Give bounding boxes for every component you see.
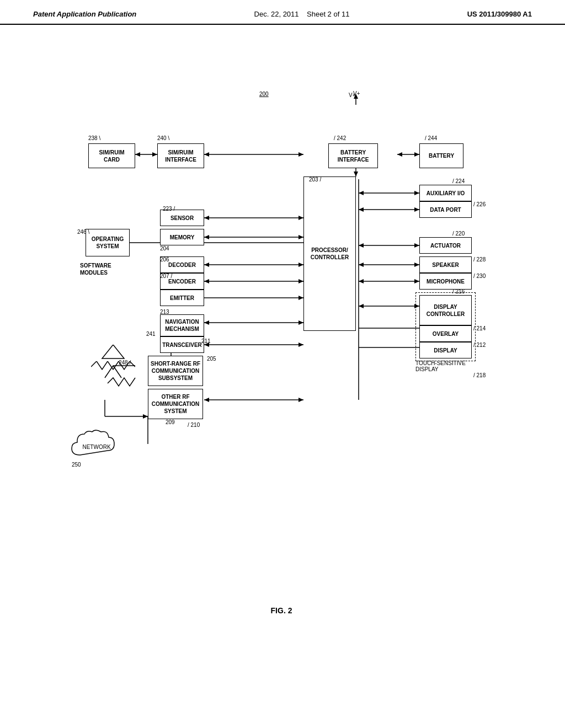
signal-waves [91,361,135,372]
svg-marker-47 [204,398,209,402]
header-patent-number: US 2011/309980 A1 [467,10,532,18]
ref-211: 211 [201,338,211,344]
svg-marker-26 [299,279,303,283]
header-publication-label: Patent Application Publication [33,10,136,18]
ref-240: 240 \ [157,135,169,141]
svg-marker-73 [102,345,124,358]
ref-228: / 228 [473,256,486,263]
ref-230: / 230 [473,273,486,279]
box-processor-controller: PROCESSOR/CONTROLLER [303,176,356,331]
label-network: NETWORK [74,444,119,450]
ref-250: 250 [72,462,81,468]
box-microphone: MICROPHONE [419,273,472,290]
ref-vplus: V+ [349,92,356,98]
ref-246: 246 \ [77,229,89,235]
ref-206: 206 [160,256,169,263]
svg-marker-13 [354,172,358,176]
box-emitter: EMITTER [160,290,204,306]
label-software-modules: SOFTWAREMODULES [80,262,124,276]
antenna-symbol [99,345,127,361]
ref-207: 207 / [160,273,172,279]
ref-226: / 226 [473,201,486,207]
box-simruim-interface: SIM/RUIMINTERFACE [157,143,204,168]
svg-marker-11 [397,152,402,157]
page-header: Patent Application Publication Dec. 22, … [0,0,565,25]
box-other-rf: OTHER RFCOMMUNICATIONSYSTEM [148,389,203,419]
ref-218: / 218 [473,372,486,378]
diagram-area: V+ [28,91,535,631]
ref-244: / 244 [425,135,437,141]
ref-204: 204 [160,245,169,251]
svg-marker-10 [414,152,419,157]
svg-marker-24 [204,263,209,267]
svg-marker-18 [204,216,209,220]
ref-223: 223 / [163,206,175,212]
svg-marker-5 [135,152,140,157]
svg-marker-62 [414,279,419,283]
svg-marker-8 [204,152,209,157]
svg-marker-43 [143,414,148,419]
svg-marker-51 [359,191,364,195]
svg-marker-50 [414,191,419,195]
box-sensor: SENSOR [160,210,204,226]
figure-label: FIG. 2 [271,606,292,615]
ref-224: / 224 [452,178,465,184]
box-short-range-rf: SHORT-RANGE RFCOMMUNICATIONSUBSYSTEM [148,356,203,386]
svg-marker-57 [359,243,364,248]
ref-200: 200 [259,91,269,97]
box-operating-system: OPERATINGSYSTEM [86,229,130,256]
svg-marker-66 [359,304,364,308]
ref-241: 241 [146,331,156,337]
svg-marker-27 [204,279,209,283]
ref-213: 213 [160,309,169,315]
svg-marker-31 [299,320,303,325]
svg-marker-54 [359,207,364,212]
ref-210: / 210 [188,422,200,428]
ref-205: 205 [207,356,216,362]
box-simruim-card: SIM/RUIMCARD [88,143,135,168]
svg-marker-17 [299,216,303,220]
box-touch-sensitive-display [415,292,476,361]
main-content: V+ [0,25,565,698]
box-battery: BATTERY [419,143,463,168]
ref-220: / 220 [452,231,465,237]
box-speaker: SPEAKER [419,256,472,273]
svg-marker-21 [204,235,209,239]
svg-marker-56 [414,243,419,248]
box-transceiver: TRANSCEIVER [160,336,204,353]
svg-marker-32 [204,320,209,325]
svg-marker-29 [299,296,303,300]
header-date-sheet: Dec. 22, 2011 Sheet 2 of 11 [254,10,350,18]
box-navigation-mechanism: NAVIGATIONMECHANISM [160,314,204,336]
ref-242: / 242 [334,135,346,141]
svg-marker-60 [359,263,364,267]
svg-marker-34 [299,342,303,347]
ref-203: 203 / [309,176,321,183]
svg-marker-7 [299,152,303,157]
svg-marker-4 [152,152,157,157]
box-data-port: DATA PORT [419,201,472,218]
svg-marker-20 [299,235,303,239]
svg-marker-53 [414,207,419,212]
box-battery-interface: BATTERYINTERFACE [328,143,378,168]
ref-209: 209 [166,419,175,425]
header-sheet: Sheet 2 of 11 [307,10,349,18]
box-touch-sensitive-display-label: TOUCH-SENSITIVEDISPLAY [415,360,466,372]
box-auxiliary-io: AUXILIARY I/O [419,185,472,201]
ref-238: 238 \ [88,135,100,141]
box-actuator: ACTUATOR [419,237,472,254]
svg-marker-46 [299,398,303,402]
svg-marker-63 [359,279,364,283]
header-date: Dec. 22, 2011 [254,10,299,18]
svg-marker-23 [299,263,303,267]
svg-marker-59 [414,263,419,267]
box-memory: MEMORY [160,229,204,245]
